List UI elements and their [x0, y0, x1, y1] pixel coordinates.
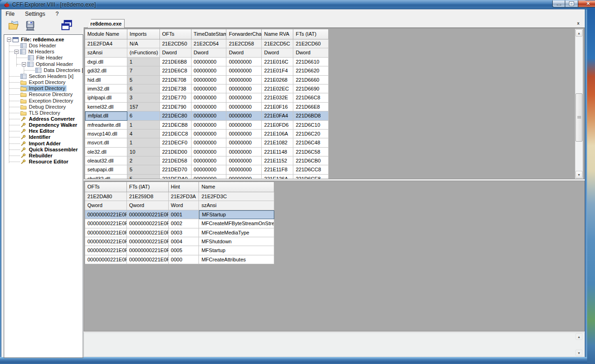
cell[interactable]: 221E0FD6 — [262, 121, 293, 130]
cell[interactable]: 7 — [127, 66, 160, 75]
cell[interactable]: 0000 — [169, 255, 199, 264]
cell[interactable]: 21E2FDA4 — [85, 39, 127, 48]
cell[interactable]: 00000000 — [192, 130, 227, 138]
cell[interactable]: 0003 — [169, 228, 199, 237]
cell[interactable]: MFStartup — [199, 210, 274, 219]
scroll-down-icon[interactable]: ▼ — [575, 171, 582, 178]
cell[interactable]: 221DEC80 — [160, 111, 192, 120]
cell[interactable]: 221D6690 — [293, 84, 329, 93]
module-row-msvcrt-dll[interactable]: msvcrt.dll1221DECF00000000000000000221E1… — [85, 138, 329, 147]
cell[interactable]: oleaut32.dll — [85, 156, 127, 165]
function-row-rva-row[interactable]: 21E2DA8021E259D821E2FD3A21E2FD3C — [85, 192, 274, 201]
cell[interactable]: 6 — [127, 111, 160, 120]
cell[interactable]: 00000000 — [226, 156, 262, 165]
cell[interactable]: 221D6C48 — [293, 138, 329, 147]
cell[interactable]: Dword — [262, 48, 293, 57]
cell[interactable]: 00000000 — [192, 138, 227, 147]
scroll-up-icon[interactable]: ▲ — [575, 29, 582, 37]
cell[interactable]: 221DE6B8 — [160, 58, 192, 66]
cell[interactable]: 221D66E8 — [293, 103, 329, 111]
module-row-mfreadwrite-dll[interactable]: mfreadwrite.dll1221DECB80000000000000000… — [85, 121, 329, 130]
cell[interactable]: 221DECF0 — [160, 138, 192, 147]
cell[interactable]: 00000000 — [226, 165, 262, 174]
cell[interactable]: 221E1082 — [262, 138, 293, 147]
cascade-windows-icon[interactable] — [60, 20, 73, 34]
module-row-kernel32-dll[interactable]: kernel32.dll157221DE79000000000000000002… — [85, 103, 329, 111]
cell[interactable]: 221E0FA4 — [262, 111, 293, 120]
cell[interactable]: Dword — [160, 48, 192, 57]
title-bar[interactable]: CFF Explorer VIII - [re8demo.exe] ✕ — [0, 0, 587, 9]
cell[interactable]: 1 — [127, 121, 160, 130]
cell[interactable]: 21E2CD60 — [293, 39, 329, 48]
cell[interactable]: 00000000221E0F3A — [85, 210, 127, 219]
cell[interactable]: hid.dll — [85, 76, 127, 84]
cell[interactable]: 00000000 — [226, 93, 262, 102]
cell[interactable]: 1 — [127, 58, 160, 66]
cell[interactable]: 221E0F16 — [262, 103, 293, 111]
cell[interactable]: 00000000221E0F98 — [85, 246, 127, 255]
cell[interactable]: 21E2CD54 — [192, 39, 227, 48]
cell[interactable]: 221E11F8 — [262, 165, 293, 174]
tree-item-rebuilder[interactable]: Rebuilder — [20, 153, 54, 159]
cell[interactable]: 221E106A — [262, 130, 293, 138]
cell[interactable]: 00000000221E0F76 — [85, 228, 127, 237]
strip-scroll-up-icon[interactable]: ▲ — [575, 333, 582, 340]
cell[interactable]: 00000000 — [192, 165, 227, 174]
cell[interactable]: 221DEDA0 — [160, 175, 192, 179]
cell[interactable]: 2 — [127, 156, 160, 165]
tree-item-dependency-walker[interactable]: Dependency Walker — [20, 122, 79, 128]
cell[interactable]: 21E2CD58 — [226, 39, 262, 48]
cell[interactable]: 0005 — [169, 246, 199, 255]
cell[interactable]: 221D6620 — [293, 66, 329, 75]
cell[interactable]: 221DED00 — [160, 148, 192, 156]
cell[interactable]: 00000000 — [192, 175, 227, 179]
cell[interactable]: 221D66C8 — [293, 93, 329, 102]
cell[interactable]: 221DE738 — [160, 84, 192, 93]
tree-item-file-re8demo-exe[interactable]: File: re8demo.exe — [7, 37, 66, 43]
cell[interactable]: (nFunctions) — [127, 48, 160, 57]
cell[interactable]: Dword — [226, 48, 262, 57]
cell[interactable]: setupapi.dll — [85, 165, 127, 174]
tree-expander-icon[interactable] — [7, 38, 11, 42]
cell[interactable]: 00000000 — [226, 84, 262, 93]
tree-item-file-header[interactable]: File Header — [28, 55, 64, 61]
cell[interactable]: 00000000 — [192, 93, 227, 102]
cell[interactable]: 221E016C — [262, 58, 293, 66]
cell[interactable]: 221DE708 — [160, 76, 192, 84]
tree-item-resource-directory[interactable]: Resource Directory — [20, 91, 74, 98]
cell[interactable]: 221D6CB0 — [293, 156, 329, 165]
cell[interactable]: Qword — [127, 201, 169, 210]
cell[interactable]: dxgi.dll — [85, 58, 127, 66]
tree-item-optional-header[interactable]: Optional Header — [22, 61, 74, 67]
cell[interactable]: 221E1148 — [262, 148, 293, 156]
cell[interactable]: 221E01F4 — [262, 66, 293, 75]
cell[interactable]: 221E0268 — [262, 76, 293, 84]
cell[interactable]: 00000000221E0F24 — [127, 255, 169, 264]
cell[interactable]: 00000000221E0F3A — [127, 210, 169, 219]
function-row-mfcreatemfbytestreamonstream[interactable]: 00000000221E0F5600000000221E0F560002MFCr… — [85, 219, 274, 228]
cell[interactable]: MFCreateMediaType — [199, 228, 274, 237]
cell[interactable]: Dword — [293, 48, 329, 57]
cell[interactable]: 00000000 — [226, 58, 262, 66]
cell[interactable]: 221E1152 — [262, 156, 293, 165]
cell[interactable]: 00000000 — [226, 138, 262, 147]
cell[interactable]: 00000000221E0F8A — [127, 237, 169, 246]
module-row-oleaut32-dll[interactable]: oleaut32.dll2221DED580000000000000000221… — [85, 156, 329, 165]
cell[interactable]: 0002 — [169, 219, 199, 228]
cell[interactable]: MFCreateAttributes — [199, 255, 274, 264]
module-row-iphlpapi-dll[interactable]: iphlpapi.dll3221DE7700000000000000000221… — [85, 93, 329, 102]
cell[interactable]: gdi32.dll — [85, 66, 127, 75]
module-row-hid-dll[interactable]: hid.dll5221DE7080000000000000000221E0268… — [85, 76, 329, 84]
cell[interactable]: 00000000 — [226, 130, 262, 138]
menu-help[interactable]: ? — [52, 9, 63, 19]
cell[interactable]: 221D6610 — [293, 58, 329, 66]
cell[interactable]: 221E126A — [262, 175, 293, 179]
cell[interactable]: 00000000 — [192, 58, 227, 66]
cell[interactable]: 221D6660 — [293, 76, 329, 84]
cell[interactable]: 00000000 — [226, 66, 262, 75]
cell[interactable]: 221D6C10 — [293, 121, 329, 130]
strip-scroll-down-icon[interactable]: ▼ — [575, 350, 582, 356]
module-row-imm32-dll[interactable]: imm32.dll6221DE7380000000000000000221E02… — [85, 84, 329, 93]
tree-item-resource-editor[interactable]: Resource Editor — [20, 159, 70, 165]
cell[interactable]: 00000000 — [192, 121, 227, 130]
